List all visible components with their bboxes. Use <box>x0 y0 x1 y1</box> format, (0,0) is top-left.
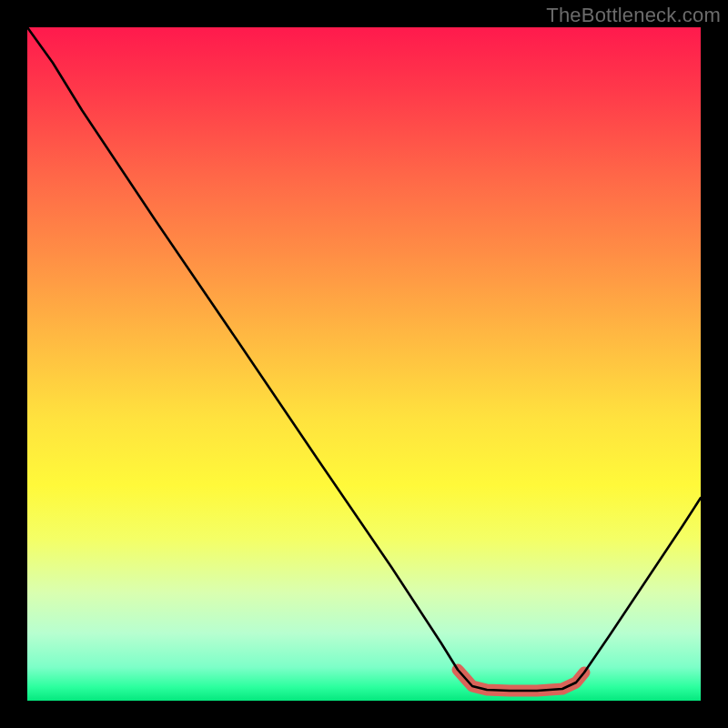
watermark-text: TheBottleneck.com <box>546 4 721 27</box>
chart-frame: TheBottleneck.com <box>0 0 728 728</box>
gradient-plot-area <box>27 27 701 701</box>
